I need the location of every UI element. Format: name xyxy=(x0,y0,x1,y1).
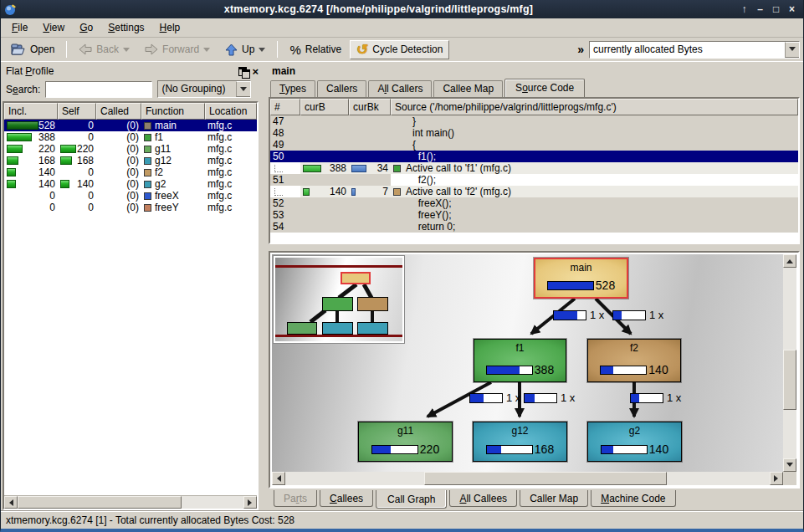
scroll-thumb[interactable] xyxy=(783,350,796,410)
close-button[interactable]: × xyxy=(784,2,800,17)
tab-caller-map[interactable]: Caller Map xyxy=(520,490,588,507)
tab-call-graph[interactable]: Call Graph xyxy=(376,490,447,509)
column-called[interactable]: Called xyxy=(96,103,141,120)
minimize-button[interactable]: – xyxy=(752,2,768,17)
tab-types[interactable]: Types xyxy=(270,80,315,97)
graph-node-f2[interactable]: f2 140 xyxy=(587,339,681,382)
cost-bar xyxy=(486,366,533,375)
table-row-f2[interactable]: 140 0 (0) f2 mfg.c xyxy=(4,166,257,178)
combo-arrow-icon[interactable] xyxy=(785,42,799,58)
tree-branch-icon xyxy=(274,165,283,172)
menu-settings[interactable]: Settings xyxy=(100,20,151,35)
scroll-right-icon[interactable] xyxy=(243,496,257,509)
table-row-freeX[interactable]: 0 0 (0) freeX mfg.c xyxy=(4,190,257,202)
menu-file[interactable]: File xyxy=(4,20,35,35)
combo-arrow-icon[interactable] xyxy=(236,81,250,97)
menu-help[interactable]: Help xyxy=(152,20,188,35)
back-button[interactable]: Back xyxy=(72,40,136,59)
column-line-number[interactable]: # xyxy=(270,99,300,115)
table-row-g2[interactable]: 140 140 (0) g2 mfg.c xyxy=(4,178,257,190)
graph-vscrollbar[interactable] xyxy=(783,254,796,472)
tab-callees[interactable]: Callees xyxy=(320,490,373,507)
table-row-f1[interactable]: 388 0 (0) f1 mfg.c xyxy=(4,131,257,143)
dock-close-icon[interactable]: × xyxy=(252,66,259,77)
tab-all-callers[interactable]: All Callers xyxy=(368,80,432,97)
tab-source-code[interactable]: Source Code xyxy=(504,79,585,97)
tab-parts[interactable]: Parts xyxy=(274,490,317,507)
tab-callee-map[interactable]: Callee Map xyxy=(433,80,503,97)
dock-float-icon[interactable] xyxy=(238,66,249,77)
source-line[interactable]: 51 f2(); xyxy=(270,174,798,186)
status-text: xtmemory.kcg.6274 [1] - Total currently … xyxy=(6,514,294,526)
table-row-freeY[interactable]: 0 0 (0) freeY mfg.c xyxy=(4,202,257,213)
graph-node-g11[interactable]: g11 220 xyxy=(358,422,453,462)
curBk-bar xyxy=(351,165,366,172)
active-call-row-f1[interactable]: 388 34 Active call to 'f1' (mfg.c) xyxy=(270,162,798,174)
column-incl[interactable]: Incl. xyxy=(4,103,58,120)
percent-icon: % xyxy=(289,43,300,57)
scroll-thumb[interactable] xyxy=(424,472,667,485)
scroll-left-icon[interactable] xyxy=(4,496,18,509)
column-self[interactable]: Self xyxy=(58,103,96,120)
source-line[interactable]: 48 int main() xyxy=(270,127,798,139)
tab-all-callees[interactable]: All Callees xyxy=(449,490,517,507)
graph-overview-minimap[interactable] xyxy=(274,256,404,343)
incl-bar xyxy=(7,156,18,165)
incl-bar xyxy=(7,180,16,188)
function-color-icon xyxy=(144,146,151,153)
active-call-row-f2[interactable]: 140 7 Active call to 'f2' (mfg.c) xyxy=(270,186,798,197)
toolbar-overflow-button[interactable]: » xyxy=(574,43,587,56)
source-line[interactable]: 53 freeY(); xyxy=(270,209,798,221)
vertical-splitter[interactable] xyxy=(260,62,269,510)
cost-bar xyxy=(601,445,648,454)
call-graph-canvas[interactable]: main 528 f1 388 f2 140 g11 220 xyxy=(272,254,783,472)
function-color-icon xyxy=(144,122,151,130)
search-input[interactable] xyxy=(45,81,152,98)
column-source[interactable]: Source ('/home/philippe/valgrind/littlep… xyxy=(391,99,798,115)
source-line[interactable]: 52 freeX(); xyxy=(270,197,798,209)
cycle-detection-button[interactable]: ↺ Cycle Detection xyxy=(350,40,449,59)
shade-button[interactable]: ↑ xyxy=(736,2,752,17)
scroll-left-icon[interactable] xyxy=(272,472,285,485)
source-line[interactable]: 47 } xyxy=(270,115,798,127)
event-type-select[interactable]: currently allocated Bytes xyxy=(589,41,800,59)
toolbar-separator xyxy=(277,41,278,58)
source-line-selected[interactable]: 50 f1(); xyxy=(270,151,798,162)
maximize-button[interactable]: □ xyxy=(768,2,784,17)
column-curB[interactable]: curB xyxy=(300,99,349,115)
grouping-select[interactable]: (No Grouping) xyxy=(157,80,251,98)
horizontal-splitter[interactable] xyxy=(269,244,800,251)
graph-node-g2[interactable]: g2 140 xyxy=(587,422,682,462)
menu-go[interactable]: Go xyxy=(72,20,100,35)
graph-hscrollbar[interactable] xyxy=(272,472,783,485)
up-button[interactable]: Up xyxy=(218,40,272,59)
source-line[interactable]: 49 { xyxy=(270,139,798,151)
menu-bar: File View Go Settings Help xyxy=(1,18,803,38)
cost-bar xyxy=(600,366,647,375)
scroll-thumb[interactable] xyxy=(18,496,182,509)
curB-bar xyxy=(303,165,321,172)
scroll-up-icon[interactable] xyxy=(783,254,796,268)
column-function[interactable]: Function xyxy=(141,103,205,120)
table-row-g11[interactable]: 220 220 (0) g11 mfg.c xyxy=(4,143,257,155)
column-location[interactable]: Location xyxy=(205,103,257,120)
flat-profile-hscrollbar[interactable] xyxy=(4,495,257,509)
open-button[interactable]: Open xyxy=(4,40,61,59)
scroll-down-icon[interactable] xyxy=(783,458,796,472)
forward-button[interactable]: Forward xyxy=(138,40,217,59)
table-row-g12[interactable]: 168 168 (0) g12 mfg.c xyxy=(4,155,257,166)
tab-callers[interactable]: Callers xyxy=(317,80,366,97)
graph-node-g12[interactable]: g12 168 xyxy=(473,422,567,462)
table-row-main[interactable]: 528 0 (0) main mfg.c xyxy=(4,120,257,131)
relative-button[interactable]: % Relative xyxy=(283,39,348,60)
main-area: Flat Profile × Search: (No Grouping) Inc… xyxy=(1,62,803,510)
tab-machine-code[interactable]: Machine Code xyxy=(591,490,675,507)
source-line[interactable]: 54 return 0; xyxy=(270,221,798,233)
column-curBk[interactable]: curBk xyxy=(349,99,391,115)
back-dropdown-icon xyxy=(123,48,130,55)
scroll-right-icon[interactable] xyxy=(770,472,783,485)
menu-view[interactable]: View xyxy=(35,20,72,35)
graph-node-main[interactable]: main 528 xyxy=(534,258,628,299)
graph-node-f1[interactable]: f1 388 xyxy=(474,339,566,382)
up-dropdown-icon xyxy=(259,48,265,55)
